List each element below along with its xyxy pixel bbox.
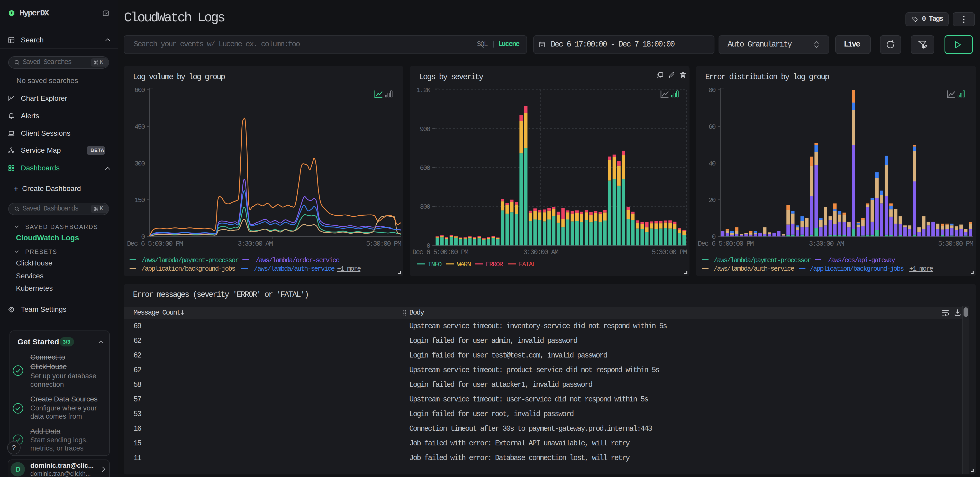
- svg-text:+1 more: +1 more: [337, 265, 361, 273]
- svg-text:/aws/ecs/api-gateway: /aws/ecs/api-gateway: [828, 256, 895, 264]
- svg-text:Logs by severity: Logs by severity: [419, 73, 484, 81]
- svg-text:/aws/lambda/auth-service: /aws/lambda/auth-service: [714, 265, 794, 273]
- svg-text:Error distribution by log grou: Error distribution by log group: [705, 73, 829, 81]
- svg-text:600: 600: [134, 86, 145, 94]
- svg-text:20: 20: [708, 196, 716, 204]
- svg-text:0: 0: [712, 233, 716, 241]
- svg-text:900: 900: [420, 126, 430, 133]
- svg-text:40: 40: [708, 160, 716, 168]
- svg-text:5:30:00 PM: 5:30:00 PM: [652, 248, 687, 256]
- svg-text:80: 80: [708, 86, 716, 94]
- svg-text:3:30:00 AM: 3:30:00 AM: [523, 248, 558, 256]
- svg-text:450: 450: [134, 123, 145, 131]
- svg-text:+1 more: +1 more: [909, 265, 933, 273]
- svg-text:0: 0: [141, 233, 145, 241]
- svg-text:ERROR: ERROR: [486, 261, 503, 268]
- svg-text:Dec 6 5:00:00 PM: Dec 6 5:00:00 PM: [698, 240, 754, 248]
- svg-text:150: 150: [134, 196, 145, 204]
- svg-text:3:30:00 AM: 3:30:00 AM: [237, 240, 273, 248]
- svg-text:Log volume by log group: Log volume by log group: [133, 73, 225, 81]
- svg-text:5:30:00 PM: 5:30:00 PM: [938, 240, 973, 248]
- svg-text:/aws/lambda/auth-service: /aws/lambda/auth-service: [254, 265, 334, 273]
- svg-text:3:30:00 AM: 3:30:00 AM: [809, 240, 844, 248]
- svg-text:300: 300: [134, 160, 145, 168]
- svg-text:Dec 6 5:00:00 PM: Dec 6 5:00:00 PM: [412, 248, 468, 256]
- svg-text:/application/background-jobs: /application/background-jobs: [810, 265, 904, 273]
- svg-text:/aws/lambda/payment-processor: /aws/lambda/payment-processor: [142, 256, 239, 264]
- svg-text:300: 300: [420, 203, 430, 211]
- svg-text:600: 600: [420, 164, 430, 172]
- svg-text:INFO: INFO: [428, 261, 442, 268]
- svg-text:/aws/lambda/order-service: /aws/lambda/order-service: [256, 256, 339, 264]
- svg-text:60: 60: [708, 123, 716, 131]
- svg-text:1.2K: 1.2K: [417, 86, 431, 94]
- svg-text:/application/background-jobs: /application/background-jobs: [142, 265, 235, 273]
- svg-text:WARN: WARN: [457, 261, 471, 268]
- svg-text:5:30:00 PM: 5:30:00 PM: [366, 240, 401, 248]
- svg-text:FATAL: FATAL: [519, 261, 536, 268]
- svg-text:Dec 6 5:00:00 PM: Dec 6 5:00:00 PM: [127, 240, 183, 248]
- svg-text:/aws/lambda/payment-processor: /aws/lambda/payment-processor: [714, 256, 811, 264]
